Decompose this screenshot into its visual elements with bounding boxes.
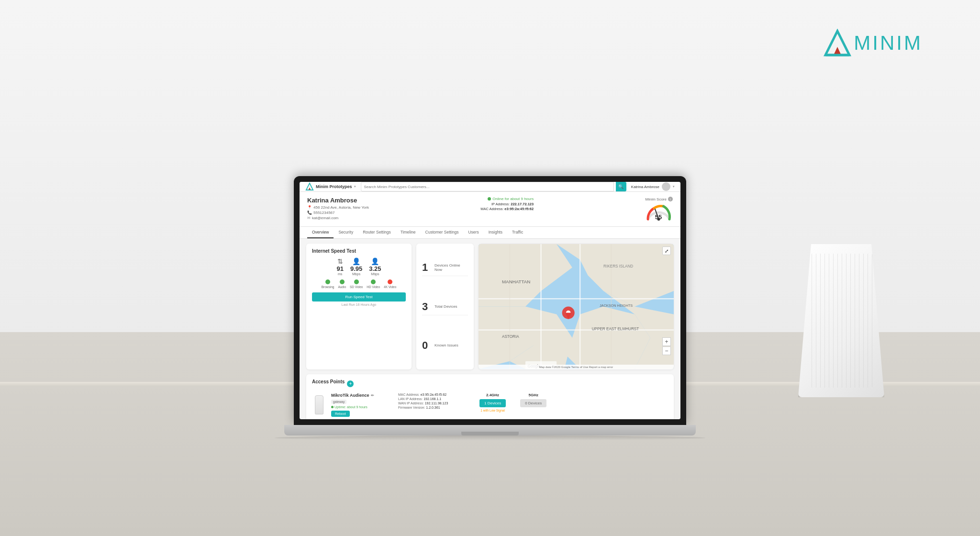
- freq-5ghz-label: 5GHz: [520, 393, 546, 397]
- ap-name-label: MikroTik Audience: [331, 393, 369, 398]
- add-access-point-button[interactable]: +: [347, 380, 354, 387]
- freq-24ghz-block: 2.4GHz 1 Devices 1 with Low Signal: [479, 393, 506, 412]
- ip-value: 222.17.72.123: [511, 202, 534, 206]
- download-metric: 👤 9.95 Mbps: [350, 257, 362, 276]
- customer-phone: 5551234567: [313, 211, 335, 215]
- connection-status: Online for about 9 hours IP Address: 222…: [480, 197, 534, 212]
- brand-chevron-icon[interactable]: ▾: [354, 185, 356, 189]
- quality-browsing: Browsing: [322, 279, 334, 289]
- ap-frequency-blocks: 2.4GHz 1 Devices 1 with Low Signal 5GHz …: [479, 393, 668, 412]
- minim-score-label: Minim Score: [646, 197, 667, 201]
- download-unit: Mbps: [350, 272, 362, 276]
- user-chevron-icon[interactable]: ▾: [673, 185, 675, 189]
- info-icon[interactable]: i: [668, 197, 673, 201]
- last-run-text: Last Run 16 Hours Ago: [312, 303, 406, 306]
- freq-24ghz-label: 2.4GHz: [479, 393, 506, 397]
- customer-address-row: 📍 456 22nd Ave, Astoria, New York: [307, 205, 369, 210]
- search-input[interactable]: [361, 182, 614, 191]
- tab-traffic[interactable]: Traffic: [507, 227, 528, 238]
- ap-badge: gateway: [331, 400, 346, 404]
- svg-text:RIKERS ISLAND: RIKERS ISLAND: [603, 264, 633, 268]
- tab-security[interactable]: Security: [334, 227, 358, 238]
- upload-icon: 👤: [369, 257, 381, 265]
- access-points-title: Access Points: [312, 379, 345, 384]
- audio-label: Audio: [338, 285, 346, 289]
- customer-info: Katrina Ambrose 📍 456 22nd Ave, Astoria,…: [307, 197, 369, 221]
- ap-lan-value: 192.168.1.1: [423, 397, 441, 401]
- customer-email-row: ✉ kat@email.com: [307, 216, 369, 220]
- browsing-dot: [325, 279, 330, 284]
- uptime-text: Uptime: about 9 hours: [334, 405, 368, 409]
- svg-text:JACKSON HEIGHTS: JACKSON HEIGHTS: [600, 303, 633, 308]
- hd-dot: [371, 279, 376, 284]
- map-zoom-in-button[interactable]: +: [662, 337, 671, 346]
- latency-icon: ⇅: [336, 257, 343, 265]
- laptop-base: [284, 425, 696, 436]
- quality-4k: 4K Video: [384, 279, 396, 289]
- upload-metric: 👤 3.25 Mbps: [369, 257, 381, 276]
- map-placeholder: MANHATTAN RIKERS ISLAND UPPER EAST ELMHU…: [479, 244, 674, 369]
- upload-unit: Mbps: [369, 272, 381, 276]
- ap-details: MAC Address: e3:95:2a:45:f5:62 LAN IP Ad…: [398, 393, 475, 410]
- app-logo: Minim Prototypes ▾: [305, 182, 356, 191]
- stat-devices-online: 1 Devices Online Now: [422, 259, 468, 276]
- quality-indicators: Browsing Audio SD Video: [312, 279, 406, 289]
- ap-row: MikroTik Audience ✏ gateway Uptime: abou…: [312, 393, 668, 417]
- search-button[interactable]: 🔍: [616, 182, 626, 191]
- known-issues-label: Known Issues: [434, 343, 458, 348]
- ap-wan-row: WAN IP Address: 192.111.98.123: [398, 402, 475, 405]
- sd-dot: [354, 279, 359, 284]
- ap-mac-value: e3:95:2a:45:f5:62: [421, 393, 447, 396]
- browsing-label: Browsing: [322, 285, 334, 289]
- quality-audio: Audio: [338, 279, 346, 289]
- username-label: Katrina Ambrose: [631, 185, 659, 189]
- access-points-card: Access Points + MikroTik Audience ✏: [306, 374, 674, 419]
- customer-header: Katrina Ambrose 📍 456 22nd Ave, Astoria,…: [300, 192, 680, 227]
- uptime-dot: [331, 406, 334, 408]
- ap-firmware-value: 1.2.0.361: [426, 406, 440, 409]
- map-zoom-controls: + −: [662, 337, 671, 355]
- speed-metrics: ⇅ 91 ms 👤 9.95 Mbps 👤: [312, 257, 406, 276]
- map-zoom-out-button[interactable]: −: [662, 346, 671, 355]
- main-content: Internet Speed Test ⇅ 91 ms 👤 9.95: [300, 239, 680, 419]
- tab-router-settings[interactable]: Router Settings: [358, 227, 396, 238]
- reboot-button[interactable]: Reboot: [331, 411, 350, 417]
- customer-name: Katrina Ambrose: [307, 197, 369, 204]
- known-issues-value: 0: [422, 340, 432, 351]
- app-topbar: Minim Prototypes ▾ 🔍 Katrina Ambrose ▾: [300, 182, 680, 192]
- ap-edit-icon[interactable]: ✏: [371, 393, 374, 398]
- latency-value: 91: [336, 265, 343, 272]
- mac-value: e3:95:2a:45:f5:62: [504, 207, 534, 211]
- download-icon: 👤: [350, 257, 362, 265]
- search-wrap: 🔍: [361, 182, 626, 191]
- map-expand-button[interactable]: ⤢: [662, 246, 671, 255]
- freq-24ghz-note: 1 with Low Signal: [479, 409, 506, 412]
- laptop-screen-inner: Minim Prototypes ▾ 🔍 Katrina Ambrose ▾: [300, 182, 680, 419]
- stat-total-devices: 3 Total Devices: [422, 299, 468, 315]
- app-brand-name: Minim Prototypes: [316, 184, 352, 189]
- customer-phone-row: 📞 5551234567: [307, 211, 369, 215]
- freq-24ghz-devices-button[interactable]: 1 Devices: [479, 399, 506, 407]
- online-text: Online for about 9 hours: [492, 197, 534, 201]
- map-footer: Map data ©2020 Google Terms of Use Repor…: [479, 365, 674, 369]
- ap-device-image: [315, 395, 323, 414]
- ap-wan-value: 192.111.98.123: [425, 402, 448, 405]
- laptop-shadow: [275, 436, 705, 440]
- phone-icon: 📞: [307, 211, 312, 215]
- sd-label: SD Video: [350, 285, 363, 289]
- 4k-dot: [388, 279, 392, 284]
- ap-lan-row: LAN IP Address: 192.168.1.1: [398, 397, 475, 401]
- run-speed-test-button[interactable]: Run Speed Test: [312, 292, 406, 302]
- app-ui: Minim Prototypes ▾ 🔍 Katrina Ambrose ▾: [300, 182, 680, 419]
- tab-insights[interactable]: Insights: [484, 227, 507, 238]
- stat-known-issues: 0 Known Issues: [422, 337, 468, 354]
- tab-customer-settings[interactable]: Customer Settings: [421, 227, 464, 238]
- email-icon: ✉: [307, 216, 311, 220]
- tab-users[interactable]: Users: [463, 227, 483, 238]
- tab-timeline[interactable]: Timeline: [396, 227, 421, 238]
- tab-overview[interactable]: Overview: [307, 227, 334, 238]
- latency-unit: ms: [336, 272, 343, 276]
- freq-5ghz-devices-button[interactable]: 0 Devices: [520, 399, 546, 407]
- user-area: Katrina Ambrose ▾: [631, 182, 675, 191]
- total-devices-label: Total Devices: [434, 304, 457, 309]
